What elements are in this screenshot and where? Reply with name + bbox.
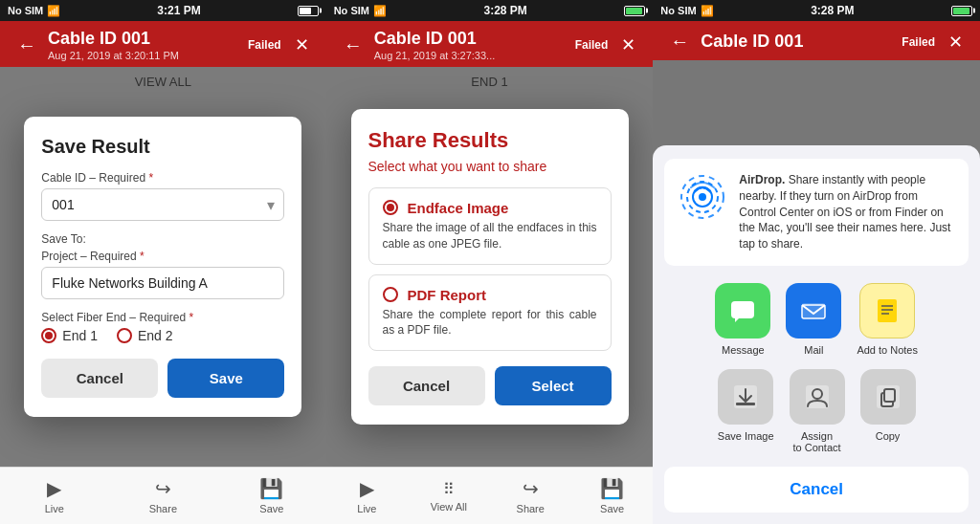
save-result-modal: Save Result Cable ID – Required * 001 ▾ … xyxy=(24,117,301,417)
live-icon-1: ▶ xyxy=(47,477,61,500)
modal-overlay-2: Share Results Select what you want to sh… xyxy=(326,67,654,467)
wifi-icon-2: 📶 xyxy=(373,5,387,17)
save-image-label: Save Image xyxy=(718,430,774,442)
nav-title-area-1: Cable ID 001 Aug 21, 2019 at 3:20:11 PM xyxy=(42,29,248,61)
app-item-assign[interactable]: Assign to Contact xyxy=(790,369,845,453)
radio-circle-end2 xyxy=(117,328,132,343)
back-button-2[interactable]: ← xyxy=(338,33,368,58)
share-subtitle: Select what you want to share xyxy=(368,159,612,174)
assign-icon xyxy=(790,369,845,425)
tab-share-1[interactable]: ↪ Share xyxy=(109,477,218,514)
apps-row: Message Mail Add to Notes xyxy=(653,275,980,369)
carrier-label-3: No SIM xyxy=(660,5,696,16)
actions-row: Save Image Assign to Contact Copy xyxy=(653,369,980,467)
airdrop-title: AirDrop. xyxy=(739,173,785,186)
end2-label: End 2 xyxy=(138,328,173,343)
svg-point-3 xyxy=(699,193,706,201)
fiber-end-radio-group: End 1 End 2 xyxy=(41,328,284,343)
svg-rect-13 xyxy=(736,403,755,405)
nav-bar-3: ← Cable ID 001 Failed ✕ xyxy=(653,21,980,60)
time-2: 3:28 PM xyxy=(483,4,526,17)
panel-content-1: VIEW ALL Save Result Cable ID – Required… xyxy=(0,67,326,467)
back-button-3[interactable]: ← xyxy=(664,29,695,55)
app-item-messages[interactable]: Message xyxy=(715,283,770,356)
fiber-end-label: Select Fiber End – Required * xyxy=(41,311,284,324)
battery-fill-1 xyxy=(300,8,312,14)
app-item-mail[interactable]: Mail xyxy=(786,283,841,356)
nav-status-1: Failed xyxy=(248,38,281,52)
nav-status-3: Failed xyxy=(902,35,935,49)
svg-rect-8 xyxy=(878,299,897,322)
share-option1-header: Endface Image xyxy=(383,200,597,216)
end1-label: End 1 xyxy=(62,328,98,343)
nav-title-2: Cable ID 001 xyxy=(374,29,575,49)
live-label-1: Live xyxy=(45,503,64,514)
messages-label: Message xyxy=(722,344,765,356)
tab-save-1[interactable]: 💾 Save xyxy=(217,477,326,514)
radio-circle-end1 xyxy=(41,328,56,343)
save-icon-2: 💾 xyxy=(600,477,624,500)
save-label-2: Save xyxy=(600,503,624,514)
close-button-1[interactable]: ✕ xyxy=(289,33,315,57)
tab-live-2[interactable]: ▶ Live xyxy=(326,477,408,514)
battery-fill-2 xyxy=(626,8,641,14)
close-button-2[interactable]: ✕ xyxy=(615,33,641,57)
share-option2-title: PDF Report xyxy=(408,287,487,303)
tab-viewall-2[interactable]: ⠿ View All xyxy=(408,480,489,513)
panel-save-result: No SIM 📶 3:21 PM ← Cable ID 001 Aug 21, … xyxy=(0,0,326,524)
carrier-label-1: No SIM xyxy=(8,5,43,16)
bg-area-3: AirDrop. Share instantly with people nea… xyxy=(653,60,980,524)
airdrop-section: AirDrop. Share instantly with people nea… xyxy=(664,159,969,266)
nav-title-3: Cable ID 001 xyxy=(701,32,902,52)
viewall-label-2: View All xyxy=(431,501,467,513)
tab-live-1[interactable]: ▶ Live xyxy=(0,477,109,514)
copy-label: Copy xyxy=(876,430,901,442)
tab-share-2[interactable]: ↪ Share xyxy=(490,477,571,514)
svg-rect-4 xyxy=(731,301,754,318)
nav-title-area-2: Cable ID 001 Aug 21, 2019 at 3:27:33... xyxy=(368,29,575,61)
share-option-pdf[interactable]: PDF Report Share the complete report for… xyxy=(368,274,612,352)
back-button-1[interactable]: ← xyxy=(11,33,42,58)
radio-end1[interactable]: End 1 xyxy=(41,328,98,343)
tab-bar-1: ▶ Live ↪ Share 💾 Save xyxy=(0,467,326,524)
close-button-3[interactable]: ✕ xyxy=(943,30,969,55)
carrier-signal-2: No SIM 📶 xyxy=(334,5,387,17)
status-bar-2: No SIM 📶 3:28 PM xyxy=(326,0,654,21)
app-item-copy[interactable]: Copy xyxy=(860,369,916,453)
battery-icon-2 xyxy=(624,6,645,16)
cancel-button-2[interactable]: Cancel xyxy=(368,366,485,405)
airdrop-text: AirDrop. Share instantly with people nea… xyxy=(739,172,955,252)
radio-pdf xyxy=(383,287,398,302)
battery-fill-3 xyxy=(953,8,969,14)
battery-2 xyxy=(624,6,645,16)
modal-title-1: Save Result xyxy=(41,136,284,158)
carrier-signal-1: No SIM 📶 xyxy=(8,5,60,17)
share-option-endface[interactable]: Endface Image Share the image of all the… xyxy=(368,187,612,265)
app-item-save-image[interactable]: Save Image xyxy=(718,369,774,453)
project-label: Project – Required * xyxy=(41,250,284,263)
app-item-notes[interactable]: Add to Notes xyxy=(857,283,918,356)
share-icon-1: ↪ xyxy=(155,477,171,500)
panel-content-3: AirDrop. Share instantly with people nea… xyxy=(653,60,980,524)
save-button-1[interactable]: Save xyxy=(167,359,284,398)
select-button-2[interactable]: Select xyxy=(495,366,612,405)
share-option2-desc: Share the complete report for this cable… xyxy=(383,307,597,339)
cancel-button-sheet[interactable]: Cancel xyxy=(664,467,969,513)
nav-bar-1: ← Cable ID 001 Aug 21, 2019 at 3:20:11 P… xyxy=(0,21,326,67)
nav-subtitle-1: Aug 21, 2019 at 3:20:11 PM xyxy=(48,50,248,61)
share-label-1: Share xyxy=(149,503,177,514)
share-label-2: Share xyxy=(517,503,545,514)
radio-end2[interactable]: End 2 xyxy=(117,328,173,343)
wifi-icon-3: 📶 xyxy=(701,5,714,17)
save-to-label: Save To: xyxy=(41,232,284,246)
time-3: 3:28 PM xyxy=(811,4,854,17)
project-input[interactable] xyxy=(41,267,284,299)
tab-save-2[interactable]: 💾 Save xyxy=(571,477,653,514)
battery-1 xyxy=(298,6,319,16)
live-icon-2: ▶ xyxy=(360,477,374,500)
nav-right-2: Failed ✕ xyxy=(575,33,642,57)
share-results-modal: Share Results Select what you want to sh… xyxy=(351,109,629,425)
cancel-button-1[interactable]: Cancel xyxy=(41,359,158,398)
cable-id-select[interactable]: 001 xyxy=(41,188,284,221)
assign-label: Assign to Contact xyxy=(792,430,840,453)
